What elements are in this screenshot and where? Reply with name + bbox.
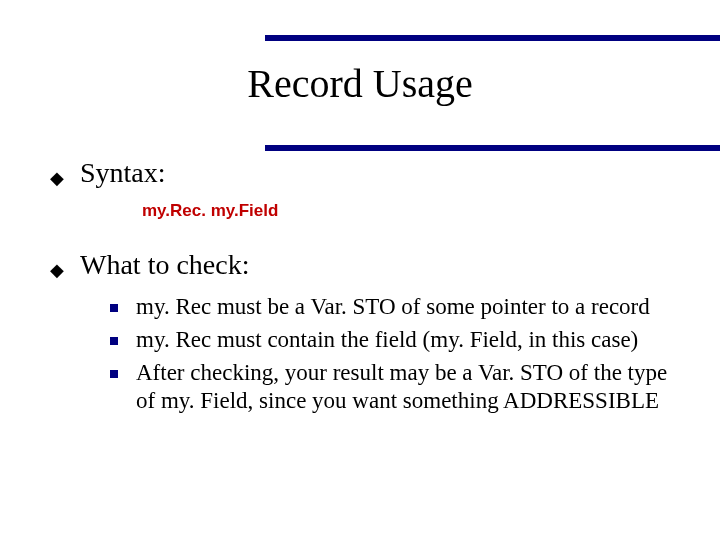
syntax-code: my.Rec. my.Field <box>142 201 670 221</box>
sub-list: my. Rec must be a Var. STO of some point… <box>110 293 670 416</box>
sub-text: my. Rec must contain the field (my. Fiel… <box>136 326 638 355</box>
sub-text: my. Rec must be a Var. STO of some point… <box>136 293 650 322</box>
bullet-check-label: What to check: <box>80 249 249 281</box>
slide-title: Record Usage <box>0 60 720 107</box>
bullet-syntax-label: Syntax: <box>80 157 166 189</box>
title-rule-bottom <box>265 145 720 151</box>
title-area: Record Usage <box>0 0 720 107</box>
square-bullet-icon <box>110 337 118 345</box>
bullet-check: ◆ What to check: <box>50 249 670 281</box>
sub-text: After checking, your result may be a Var… <box>136 359 670 417</box>
list-item: my. Rec must contain the field (my. Fiel… <box>110 326 670 355</box>
slide-content: ◆ Syntax: my.Rec. my.Field ◆ What to che… <box>0 107 720 416</box>
square-bullet-icon <box>110 370 118 378</box>
diamond-bullet-icon: ◆ <box>50 169 64 187</box>
diamond-bullet-icon: ◆ <box>50 261 64 279</box>
bullet-syntax: ◆ Syntax: <box>50 157 670 189</box>
list-item: After checking, your result may be a Var… <box>110 359 670 417</box>
list-item: my. Rec must be a Var. STO of some point… <box>110 293 670 322</box>
title-rule-top <box>265 35 720 41</box>
square-bullet-icon <box>110 304 118 312</box>
